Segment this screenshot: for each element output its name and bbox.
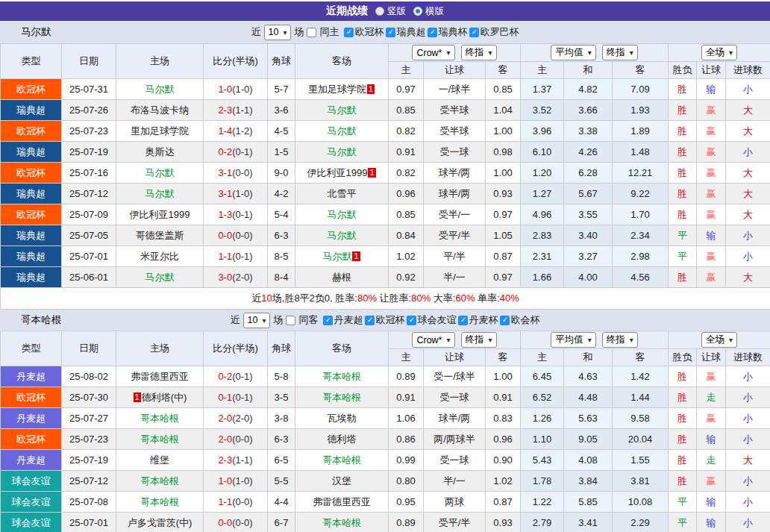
home-team-link[interactable]: 伊比利亚1999 [130, 209, 190, 220]
home-team-link[interactable]: 里加足球学院 [131, 125, 189, 137]
result-winlose: 胜 [669, 471, 697, 492]
home-team-link[interactable]: 弗雷德里西亚 [131, 371, 189, 382]
scope-group: 全场▾ [669, 44, 770, 62]
radio-horizontal-icon[interactable] [413, 7, 422, 16]
scope-select[interactable]: 全场▾ [701, 332, 737, 348]
match-date: 25-07-23 [62, 429, 116, 450]
bookmaker-select[interactable]: Crow*▾ [412, 45, 454, 60]
league-checkbox[interactable]: ✓ [323, 316, 333, 325]
match-row: 丹麦超 25-08-02 弗雷德里西亚 0-2(0-1) 5-8 哥本哈根 0.… [1, 366, 770, 387]
average-select[interactable]: 平均值▾ [551, 45, 596, 60]
away-team-link[interactable]: 伊比利亚1999 [307, 167, 367, 178]
odds-stage-select2[interactable]: 终指▾ [602, 45, 638, 60]
away-team-link[interactable]: 马尔默 [328, 125, 357, 137]
home-team-link[interactable]: 马尔默 [145, 167, 175, 178]
league-checkbox[interactable]: ✓ [365, 316, 375, 325]
col-score: 比分(半场) [204, 44, 268, 79]
handicap-away-odds: 0.97 [486, 204, 521, 225]
away-team-link[interactable]: 里加足球学院 [308, 84, 366, 95]
home-team-link[interactable]: 哥本哈根 [140, 413, 179, 424]
bookmaker-select[interactable]: Crow*▾ [412, 332, 454, 348]
league-filter[interactable]: ✓欧冠杯 [365, 313, 404, 327]
league-checkbox[interactable]: ✓ [428, 28, 437, 37]
home-team-cell: 哥本哈根 [116, 471, 204, 492]
match-count-select[interactable]: 10▾ [243, 313, 271, 328]
home-team-link[interactable]: 马尔默 [145, 84, 175, 95]
corner-score: 8-4 [268, 267, 295, 288]
league-label: 球会友谊 [12, 475, 51, 486]
match-date: 25-07-31 [62, 79, 116, 100]
away-team-link[interactable]: 弗雷德里西亚 [313, 496, 371, 507]
same-home-checkbox[interactable] [307, 28, 316, 37]
league-filter[interactable]: ✓丹麦杯 [458, 313, 498, 327]
home-team-link[interactable]: 哥本哈根 [140, 475, 179, 486]
league-filter[interactable]: ✓瑞典杯 [428, 25, 467, 39]
vertical-layout-option[interactable]: 竖版 [375, 5, 406, 18]
chevron-down-icon: ▾ [630, 336, 633, 344]
same-away-checkbox[interactable] [286, 316, 295, 325]
away-team-link[interactable]: 哥本哈根 [322, 454, 361, 466]
league-badge: 欧冠杯 [1, 429, 62, 450]
horizontal-layout-option[interactable]: 横版 [413, 5, 444, 18]
home-team-link[interactable]: 布洛马波卡纳 [131, 104, 189, 116]
score-cell: 1-0(1-0) [204, 79, 268, 100]
home-team-link[interactable]: 马尔默 [145, 272, 175, 283]
league-filter[interactable]: ✓欧冠杯 [344, 25, 384, 39]
handicap-line: 受半球 [424, 121, 486, 142]
away-team-link[interactable]: 马尔默 [328, 209, 357, 220]
league-checkbox[interactable]: ✓ [386, 28, 395, 37]
sub-away: 客 [486, 62, 521, 79]
odds-stage-select[interactable]: 终指▾ [461, 332, 497, 348]
home-team-link[interactable]: 米亚尔比 [140, 251, 179, 262]
away-team-link[interactable]: 德利塔 [328, 434, 357, 445]
col-corner: 角球 [268, 44, 295, 79]
home-team-link[interactable]: 奥斯达 [145, 146, 175, 157]
red-card-badge: 1 [352, 251, 360, 261]
summary-segment: 近 [251, 292, 261, 304]
home-team-link[interactable]: 哥德堡盖斯 [136, 230, 184, 241]
games-label: 场 [273, 313, 283, 327]
avg-home-odds: 1.78 [521, 471, 564, 492]
handicap-away-odds: 1.00 [486, 163, 521, 184]
handicap-away-odds: 0.98 [486, 142, 521, 163]
result-goals: 小 [726, 79, 770, 100]
home-team-link[interactable]: 哥本哈根 [140, 434, 179, 445]
odds-stage-select[interactable]: 终指▾ [461, 45, 497, 60]
home-team-link[interactable]: 维堡 [150, 454, 169, 466]
league-filter[interactable]: ✓瑞典超 [386, 25, 425, 39]
away-team-link[interactable]: 马尔默 [322, 251, 351, 262]
match-date: 25-07-19 [62, 450, 116, 471]
away-team-cell: 弗雷德里西亚 [295, 492, 389, 513]
away-team-link[interactable]: 马尔默 [328, 146, 357, 157]
away-team-link[interactable]: 赫根 [332, 272, 351, 283]
league-filter[interactable]: ✓丹麦超 [323, 313, 363, 327]
away-team-link[interactable]: 瓦埃勒 [328, 413, 357, 424]
home-team-link[interactable]: 德利塔(中) [142, 392, 187, 403]
away-team-link[interactable]: 马尔默 [328, 230, 357, 241]
home-team-link[interactable]: 卢多戈雷茨(中) [128, 517, 192, 528]
league-filter[interactable]: ✓欧罗巴杯 [469, 25, 519, 39]
away-team-link[interactable]: 哥本哈根 [322, 517, 361, 528]
match-count-select[interactable]: 10▾ [264, 25, 292, 40]
league-filter[interactable]: ✓球会友谊 [407, 313, 456, 327]
away-team-link[interactable]: 汉堡 [332, 475, 351, 486]
away-team-link[interactable]: 马尔默 [328, 104, 357, 116]
league-checkbox[interactable]: ✓ [469, 28, 479, 37]
result-goals: 小 [726, 408, 770, 429]
away-team-link[interactable]: 哥本哈根 [322, 392, 361, 403]
league-filter[interactable]: ✓欧会杯 [500, 313, 539, 327]
result-goals: 小 [726, 366, 770, 387]
same-away-label: 同客 [298, 313, 318, 327]
league-checkbox[interactable]: ✓ [344, 28, 354, 37]
scope-select[interactable]: 全场▾ [701, 45, 737, 60]
odds-stage-select2[interactable]: 终指▾ [602, 332, 638, 348]
away-team-link[interactable]: 哥本哈根 [322, 371, 361, 382]
home-team-link[interactable]: 马尔默 [145, 188, 175, 199]
average-select[interactable]: 平均值▾ [551, 332, 596, 348]
league-checkbox[interactable]: ✓ [500, 316, 510, 325]
radio-vertical-icon[interactable] [375, 7, 384, 16]
home-team-link[interactable]: 哥本哈根 [140, 496, 179, 507]
league-checkbox[interactable]: ✓ [407, 316, 416, 325]
away-team-link[interactable]: 北雪平 [328, 188, 357, 199]
league-checkbox[interactable]: ✓ [458, 316, 468, 325]
